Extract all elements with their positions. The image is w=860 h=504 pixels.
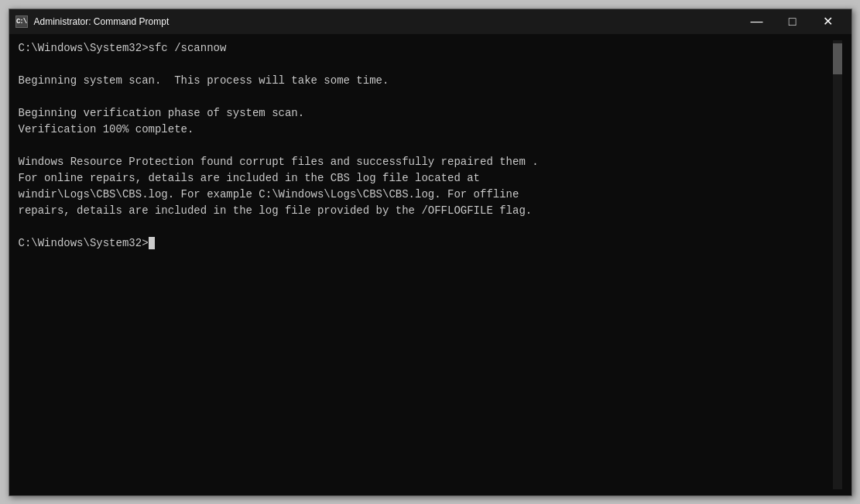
terminal-content: C:\Windows\System32>sfc /scannow Beginni… bbox=[19, 40, 833, 489]
app-icon: C:\ bbox=[15, 15, 28, 28]
title-bar: C:\ Administrator: Command Prompt — □ ✕ bbox=[9, 9, 851, 34]
terminal-output: C:\Windows\System32>sfc /scannow Beginni… bbox=[19, 40, 833, 252]
window-title: Administrator: Command Prompt bbox=[34, 16, 170, 27]
scrollbar-thumb[interactable] bbox=[833, 43, 842, 74]
terminal-body[interactable]: C:\Windows\System32>sfc /scannow Beginni… bbox=[9, 34, 851, 495]
maximize-button[interactable]: □ bbox=[776, 11, 810, 33]
command-prompt-window: C:\ Administrator: Command Prompt — □ ✕ … bbox=[9, 9, 852, 496]
title-bar-left: C:\ Administrator: Command Prompt bbox=[15, 15, 170, 28]
window-controls: — □ ✕ bbox=[740, 11, 845, 33]
minimize-button[interactable]: — bbox=[740, 11, 774, 33]
scrollbar[interactable] bbox=[833, 40, 842, 489]
close-button[interactable]: ✕ bbox=[811, 11, 845, 33]
terminal-cursor bbox=[149, 237, 155, 249]
